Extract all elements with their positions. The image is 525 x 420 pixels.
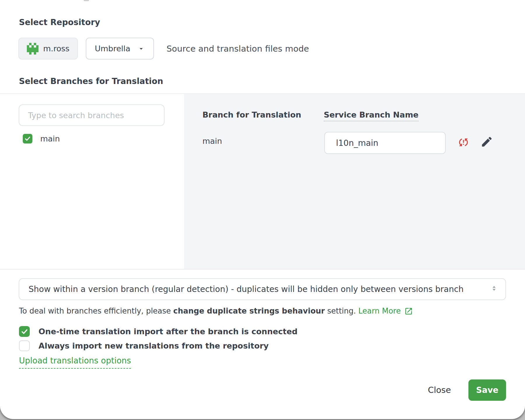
branch-for-translation-header: Branch for Translation [202,110,301,119]
one-time-import-checkbox-checked[interactable] [19,326,30,337]
note-bold-text: change duplicate strings behaviour [173,307,325,315]
note-text-suffix: setting. [325,307,358,315]
files-mode-label: Source and translation files mode [167,44,309,54]
caret-down-icon [137,45,145,52]
external-link-icon [404,307,413,317]
one-time-import-label[interactable]: One-time translation import after the br… [38,327,298,336]
branch-list-item-main[interactable]: main [23,134,60,144]
branch-checkbox-checked[interactable] [23,134,32,144]
select-repository-heading: Select Repository [19,18,100,27]
learn-more-label: Learn More [358,307,401,315]
duplicate-strings-select-value: Show within a version branch (regular de… [29,284,483,294]
always-import-checkbox-unchecked[interactable] [19,340,30,351]
edit-pencil-icon[interactable] [480,135,493,148]
service-branch-name-header: Service Branch Name [324,110,419,121]
close-button[interactable]: Close [427,385,452,395]
note-text: To deal with branches efficiently, pleas… [19,307,173,315]
select-branches-heading: Select Branches for Translation [19,76,163,86]
branch-list-pane: main [0,94,184,269]
branch-item-label[interactable]: main [40,134,60,143]
table-row-branch-name: main [202,136,222,146]
repository-account-label: m.ross [43,44,69,53]
repository-avatar-identicon-icon [27,43,38,55]
repository-select-value: Umbrella [95,44,130,53]
repository-row: m.ross Umbrella Source and translation f… [18,38,309,60]
import-options-group: One-time translation import after the br… [19,326,298,351]
sync-problem-icon [458,136,469,148]
always-import-label[interactable]: Always import new translations from the … [38,341,269,350]
save-button[interactable]: Save [468,379,506,401]
service-branch-name-input[interactable] [324,132,446,154]
always-import-option[interactable]: Always import new translations from the … [19,340,298,351]
repository-select-dropdown[interactable]: Umbrella [86,38,154,60]
checkmark-icon [21,328,28,335]
checkmark-icon [24,135,31,142]
one-time-import-option[interactable]: One-time translation import after the br… [19,326,298,337]
branch-search-input[interactable] [19,104,164,126]
top-edge-artifact [84,0,89,1]
duplicate-strings-note: To deal with branches efficiently, pleas… [19,306,413,316]
upload-translations-options-link[interactable]: Upload translations options [19,356,131,369]
duplicate-strings-select[interactable]: Show within a version branch (regular de… [19,278,506,300]
page-background: Select Repository m.ross [0,0,525,420]
service-branch-pane: Branch for Translation Service Branch Na… [184,94,525,269]
dialog-actions: Close Save [427,379,506,401]
branch-connection-dialog: Select Repository m.ross [0,0,525,419]
up-down-arrows-icon [490,284,498,295]
branches-panel: main Branch for Translation Service Bran… [0,93,525,270]
repository-account-button[interactable]: m.ross [18,38,78,60]
learn-more-link[interactable]: Learn More [358,306,413,316]
